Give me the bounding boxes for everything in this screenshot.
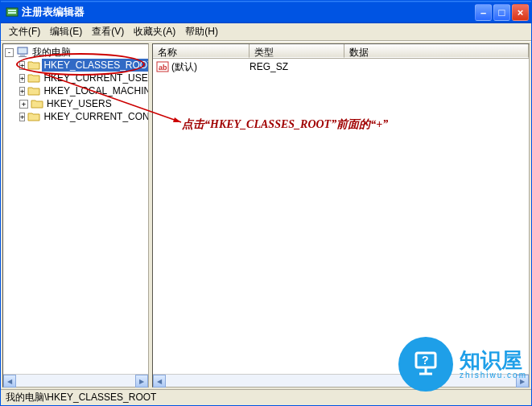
close-button[interactable]: ×: [512, 4, 529, 21]
scroll-track[interactable]: [16, 375, 135, 387]
computer-icon: [16, 47, 29, 58]
col-data[interactable]: 数据: [344, 44, 529, 58]
value-type: REG_SZ: [250, 61, 344, 72]
tree-pane: - 我的电脑 + HKEY_CLASSES_ROOT + HKEY_CURREN…: [2, 43, 149, 388]
col-type[interactable]: 类型: [250, 44, 344, 58]
list-hscrollbar[interactable]: [153, 374, 529, 387]
svg-rect-1: [8, 10, 16, 11]
menu-edit[interactable]: 编辑(E): [45, 23, 87, 40]
scroll-track[interactable]: [166, 375, 516, 387]
statusbar: 我的电脑\HKEY_CLASSES_ROOT: [1, 389, 531, 405]
tree-item-label: HKEY_USERS: [45, 97, 113, 110]
tree-item-hkcr[interactable]: + HKEY_CLASSES_ROOT: [5, 59, 148, 72]
tree-root[interactable]: - 我的电脑: [5, 46, 148, 59]
expand-toggle[interactable]: +: [19, 74, 25, 83]
value-name: (默认): [171, 60, 197, 74]
app-icon: [6, 6, 19, 18]
titlebar[interactable]: 注册表编辑器 – □ ×: [1, 1, 531, 23]
expand-toggle[interactable]: +: [19, 100, 28, 109]
status-path: 我的电脑\HKEY_CLASSES_ROOT: [6, 391, 156, 404]
scroll-left-button[interactable]: [3, 375, 16, 388]
svg-rect-5: [19, 56, 27, 57]
svg-rect-3: [18, 47, 27, 54]
list-row[interactable]: ab (默认) REG_SZ: [156, 60, 526, 73]
folder-icon: [27, 72, 40, 84]
scroll-right-button[interactable]: [135, 375, 148, 388]
value-name-cell: ab (默认): [156, 60, 250, 74]
list-body[interactable]: ab (默认) REG_SZ: [153, 59, 529, 374]
tree-item-label: HKEY_CLASSES_ROOT: [42, 59, 148, 72]
tree-item-hkcu[interactable]: + HKEY_CURRENT_USER: [5, 72, 148, 84]
tree-hscrollbar[interactable]: [3, 374, 148, 387]
folder-icon: [27, 85, 40, 96]
tree-item-hklm[interactable]: + HKEY_LOCAL_MACHINE: [5, 84, 148, 97]
svg-text:ab: ab: [159, 64, 167, 72]
expand-toggle[interactable]: +: [19, 61, 25, 70]
registry-tree[interactable]: - 我的电脑 + HKEY_CLASSES_ROOT + HKEY_CURREN…: [3, 44, 148, 374]
expand-toggle[interactable]: +: [19, 87, 25, 96]
tree-root-label: 我的电脑: [31, 46, 72, 59]
minimize-button[interactable]: –: [475, 4, 492, 21]
window-controls: – □ ×: [475, 4, 529, 21]
tree-item-label: HKEY_CURRENT_CONFIG: [42, 110, 148, 123]
value-pane: 名称 类型 数据 ab (默认) REG_SZ: [152, 43, 530, 388]
maximize-button[interactable]: □: [493, 4, 510, 21]
menu-file[interactable]: 文件(F): [4, 23, 45, 40]
menu-view[interactable]: 查看(V): [87, 23, 129, 40]
list-header: 名称 类型 数据: [153, 44, 529, 59]
col-name[interactable]: 名称: [153, 44, 250, 58]
svg-rect-4: [20, 55, 25, 56]
tree-item-label: HKEY_LOCAL_MACHINE: [42, 84, 148, 97]
menu-help[interactable]: 帮助(H): [180, 23, 223, 40]
folder-icon: [27, 111, 40, 122]
folder-icon: [27, 59, 40, 71]
regedit-window: 注册表编辑器 – □ × 文件(F) 编辑(E) 查看(V) 收藏夹(A) 帮助…: [0, 0, 532, 406]
content-area: - 我的电脑 + HKEY_CLASSES_ROOT + HKEY_CURREN…: [1, 41, 531, 389]
expand-toggle[interactable]: +: [19, 113, 25, 121]
menubar: 文件(F) 编辑(E) 查看(V) 收藏夹(A) 帮助(H): [1, 23, 531, 41]
scroll-right-button[interactable]: [516, 375, 529, 388]
string-value-icon: ab: [156, 60, 169, 73]
tree-item-hku[interactable]: + HKEY_USERS: [5, 97, 148, 110]
expand-toggle[interactable]: -: [5, 48, 14, 57]
tree-item-hkcc[interactable]: + HKEY_CURRENT_CONFIG: [5, 110, 148, 123]
window-title: 注册表编辑器: [22, 5, 475, 19]
folder-icon: [31, 98, 43, 109]
menu-favorites[interactable]: 收藏夹(A): [129, 23, 180, 40]
tree-item-label: HKEY_CURRENT_USER: [42, 72, 148, 84]
svg-rect-2: [8, 12, 16, 14]
scroll-left-button[interactable]: [153, 375, 166, 388]
